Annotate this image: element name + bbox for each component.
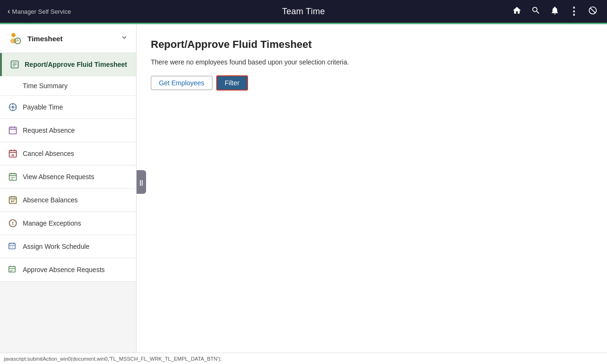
collapse-handle-icon: ||: [139, 179, 143, 186]
page-title: Report/Approve Fluid Timesheet: [151, 38, 593, 51]
absence-balances-label: Absence Balances: [23, 196, 78, 204]
sidebar-item-absence-balances[interactable]: Absence Balances: [0, 189, 136, 212]
svg-rect-46: [9, 266, 15, 272]
time-summary-label: Time Summary: [23, 82, 67, 90]
top-bar-actions: ⋮: [508, 3, 607, 20]
svg-rect-31: [9, 197, 17, 203]
cancel-absences-label: Cancel Absences: [23, 150, 74, 157]
more-menu-button[interactable]: ⋮: [565, 3, 582, 20]
payable-time-label: Payable Time: [23, 103, 63, 111]
report-approve-label: Report/Approve Fluid Timesheet: [25, 61, 127, 68]
approve-absence-label: Approve Absence Requests: [23, 266, 105, 273]
assign-work-schedule-label: Assign Work Schedule: [23, 243, 90, 250]
block-icon: [588, 6, 598, 18]
filter-button[interactable]: Filter: [216, 75, 248, 91]
sidebar: Timesheet Report/Approve Fluid Timesheet…: [0, 24, 137, 353]
back-arrow-icon: ‹: [8, 7, 10, 16]
sidebar-item-payable-time[interactable]: Payable Time: [0, 96, 136, 119]
svg-rect-19: [9, 150, 17, 157]
status-text: javascript:submitAction_win0(document.wi…: [4, 356, 221, 362]
request-absence-label: Request Absence: [23, 127, 75, 134]
top-bar-left: ‹ Manager Self Service: [0, 5, 104, 18]
manage-exceptions-label: Manage Exceptions: [23, 219, 81, 227]
action-buttons: Get Employees Filter: [151, 75, 593, 91]
back-button[interactable]: ‹ Manager Self Service: [4, 5, 75, 18]
svg-rect-15: [9, 127, 17, 134]
svg-point-10: [12, 106, 14, 109]
sidebar-item-manage-exceptions[interactable]: Manage Exceptions: [0, 212, 136, 235]
content-area: Report/Approve Fluid Timesheet There wer…: [137, 24, 607, 353]
search-button[interactable]: [527, 3, 544, 20]
sidebar-item-request-absence[interactable]: Request Absence: [0, 119, 136, 142]
svg-rect-40: [9, 243, 15, 249]
svg-rect-35: [11, 200, 13, 202]
request-absence-icon: [8, 125, 18, 136]
get-employees-button[interactable]: Get Employees: [151, 76, 212, 90]
search-icon: [531, 6, 541, 18]
sidebar-item-report-approve[interactable]: Report/Approve Fluid Timesheet: [0, 53, 136, 76]
sidebar-item-assign-work-schedule[interactable]: Assign Work Schedule: [0, 235, 136, 258]
bell-icon: [550, 6, 560, 18]
sidebar-section-title: Timesheet: [28, 35, 63, 43]
svg-rect-36: [13, 200, 15, 202]
back-label: Manager Self Service: [12, 8, 71, 15]
svg-point-0: [11, 33, 16, 37]
notification-button[interactable]: [546, 3, 563, 20]
sidebar-item-time-summary[interactable]: Time Summary: [0, 76, 136, 96]
top-bar: ‹ Manager Self Service Team Time ⋮: [0, 0, 607, 23]
home-icon: [512, 6, 522, 18]
status-bar: javascript:submitAction_win0(document.wi…: [0, 353, 607, 364]
view-absence-label: View Absence Requests: [23, 173, 94, 181]
svg-point-39: [12, 224, 13, 225]
sidebar-collapse-handle[interactable]: ||: [137, 170, 146, 194]
block-button[interactable]: [584, 3, 601, 20]
assign-work-schedule-icon: [8, 241, 18, 252]
info-message: There were no employees found based upon…: [151, 58, 593, 66]
sidebar-item-approve-absence-requests[interactable]: Approve Absence Requests: [0, 258, 136, 282]
timesheet-icon: [8, 31, 23, 46]
sidebar-item-cancel-absences[interactable]: Cancel Absences: [0, 142, 136, 165]
absence-balances-icon: [8, 195, 18, 205]
sidebar-collapse-button[interactable]: [120, 33, 129, 44]
approve-absence-icon: [8, 264, 18, 275]
sidebar-item-view-absence-requests[interactable]: View Absence Requests: [0, 165, 136, 189]
payable-time-icon: [8, 102, 18, 112]
report-approve-icon: [9, 59, 20, 70]
app-title: Team Time: [282, 7, 325, 17]
view-absence-icon: [8, 172, 18, 182]
cancel-absences-icon: [8, 148, 18, 159]
sidebar-header-left: Timesheet: [8, 31, 63, 46]
more-icon: ⋮: [569, 5, 579, 18]
sidebar-header: Timesheet: [0, 24, 136, 53]
home-button[interactable]: [508, 3, 525, 20]
main-layout: Timesheet Report/Approve Fluid Timesheet…: [0, 24, 607, 353]
manage-exceptions-icon: [8, 218, 18, 228]
